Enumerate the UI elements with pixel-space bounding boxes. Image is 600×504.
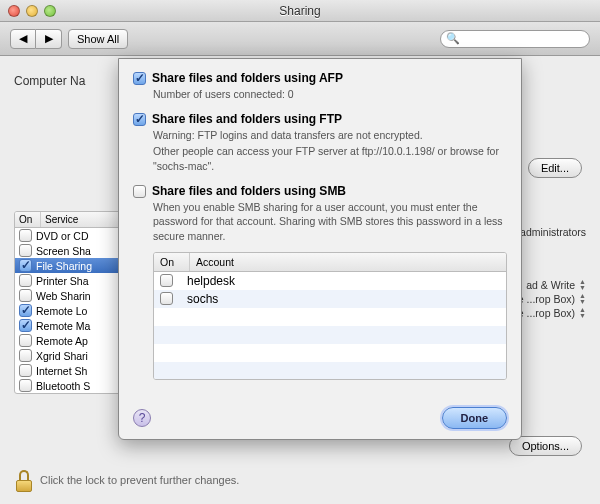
account-row[interactable]: helpdesk <box>154 272 506 290</box>
service-name: Remote Lo <box>36 305 87 317</box>
services-header-service: Service <box>41 212 82 227</box>
smb-checkbox[interactable] <box>133 185 146 198</box>
service-row[interactable]: Remote Lo <box>15 303 133 318</box>
service-name: Remote Ap <box>36 335 88 347</box>
lock-text: Click the lock to prevent further change… <box>40 474 239 486</box>
service-name: File Sharing <box>36 260 92 272</box>
perm-readwrite: ad & Write <box>526 279 575 291</box>
stepper-icon[interactable]: ▲▼ <box>579 293 586 305</box>
accounts-header-account: Account <box>190 253 240 271</box>
service-checkbox[interactable] <box>19 259 32 272</box>
account-row[interactable]: sochs <box>154 290 506 308</box>
service-row[interactable]: Screen Sha <box>15 243 133 258</box>
smb-info: When you enable SMB sharing for a user a… <box>153 200 507 244</box>
service-checkbox[interactable] <box>19 364 32 377</box>
account-name: sochs <box>187 292 218 306</box>
help-button[interactable]: ? <box>133 409 151 427</box>
service-checkbox[interactable] <box>19 229 32 242</box>
service-name: Remote Ma <box>36 320 90 332</box>
edit-button[interactable]: Edit... <box>528 158 582 178</box>
service-checkbox[interactable] <box>19 244 32 257</box>
zoom-icon[interactable] <box>44 5 56 17</box>
service-row[interactable]: Remote Ma <box>15 318 133 333</box>
accounts-table: On Account helpdesksochs <box>153 252 507 380</box>
service-name: Xgrid Shari <box>36 350 88 362</box>
service-name: Web Sharin <box>36 290 91 302</box>
back-button[interactable]: ◀ <box>10 29 36 49</box>
stepper-icon[interactable]: ▲▼ <box>579 307 586 319</box>
service-checkbox[interactable] <box>19 349 32 362</box>
service-name: Screen Sha <box>36 245 91 257</box>
search-icon: 🔍 <box>446 32 460 45</box>
services-list: On Service DVD or CDScreen ShaFile Shari… <box>14 211 134 394</box>
service-name: Bluetooth S <box>36 380 90 392</box>
smb-label: Share files and folders using SMB <box>152 184 346 198</box>
service-row[interactable]: Web Sharin <box>15 288 133 303</box>
close-icon[interactable] <box>8 5 20 17</box>
ftp-warning: Warning: FTP logins and data transfers a… <box>153 128 507 143</box>
ftp-label: Share files and folders using FTP <box>152 112 342 126</box>
options-sheet: Share files and folders using AFP Number… <box>118 58 522 440</box>
ftp-checkbox[interactable] <box>133 113 146 126</box>
done-button[interactable]: Done <box>442 407 508 429</box>
service-checkbox[interactable] <box>19 274 32 287</box>
service-name: Internet Sh <box>36 365 87 377</box>
service-row[interactable]: DVD or CD <box>15 228 133 243</box>
service-row[interactable]: File Sharing <box>15 258 133 273</box>
afp-label: Share files and folders using AFP <box>152 71 343 85</box>
stepper-icon[interactable]: ▲▼ <box>579 279 586 291</box>
service-checkbox[interactable] <box>19 379 32 392</box>
titlebar: Sharing <box>0 0 600 22</box>
account-name: helpdesk <box>187 274 235 288</box>
service-row[interactable]: Remote Ap <box>15 333 133 348</box>
options-button[interactable]: Options... <box>509 436 582 456</box>
services-header-on: On <box>15 212 41 227</box>
service-checkbox[interactable] <box>19 304 32 317</box>
service-name: DVD or CD <box>36 230 89 242</box>
ftp-info: Other people can access your FTP server … <box>153 144 507 173</box>
service-checkbox[interactable] <box>19 334 32 347</box>
service-name: Printer Sha <box>36 275 89 287</box>
service-row[interactable]: Xgrid Shari <box>15 348 133 363</box>
afp-checkbox[interactable] <box>133 72 146 85</box>
service-checkbox[interactable] <box>19 319 32 332</box>
window-title: Sharing <box>0 4 600 18</box>
service-row[interactable]: Bluetooth S <box>15 378 133 393</box>
search-input[interactable] <box>440 30 590 48</box>
service-row[interactable]: Printer Sha <box>15 273 133 288</box>
minimize-icon[interactable] <box>26 5 38 17</box>
service-checkbox[interactable] <box>19 289 32 302</box>
afp-sub: Number of users connected: 0 <box>153 87 507 102</box>
show-all-button[interactable]: Show All <box>68 29 128 49</box>
account-checkbox[interactable] <box>160 274 173 287</box>
service-row[interactable]: Internet Sh <box>15 363 133 378</box>
forward-button[interactable]: ▶ <box>36 29 62 49</box>
accounts-header-on: On <box>154 253 190 271</box>
toolbar: ◀ ▶ Show All 🔍 <box>0 22 600 56</box>
lock-icon[interactable] <box>14 468 34 492</box>
account-checkbox[interactable] <box>160 292 173 305</box>
